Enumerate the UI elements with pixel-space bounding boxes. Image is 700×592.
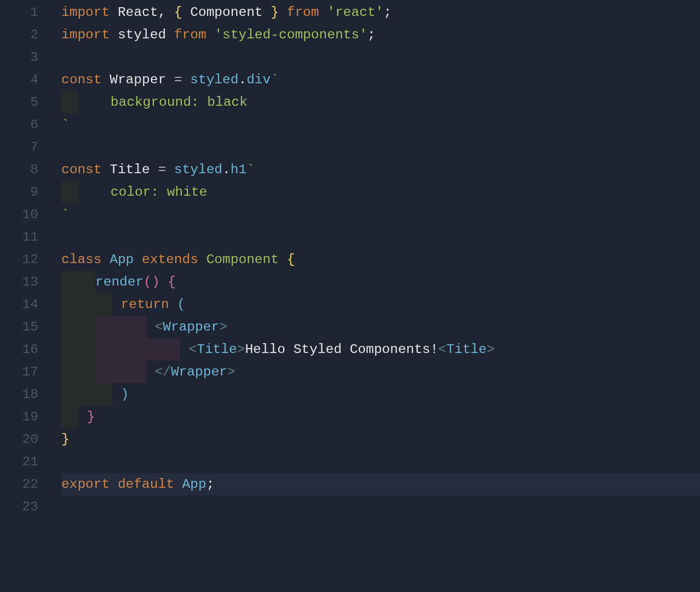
indent-guide xyxy=(61,361,95,383)
code-line[interactable]: <Title>Hello Styled Components!<Title> xyxy=(61,338,700,361)
indent-guide xyxy=(61,338,95,361)
token-keyword: return xyxy=(121,297,169,312)
indent-guide xyxy=(95,361,129,383)
token-ident: React xyxy=(118,5,158,20)
token-jsx-tag: Wrapper xyxy=(163,320,219,334)
token-class: Component xyxy=(206,252,279,267)
indent-guide xyxy=(61,316,95,338)
indent-guide xyxy=(61,181,78,203)
token-angle: < xyxy=(155,320,163,334)
token-template: background: black xyxy=(78,95,248,110)
line-number: 15 xyxy=(0,316,38,338)
line-number: 5 xyxy=(0,91,38,113)
token-angle: > xyxy=(219,320,227,334)
token-prop: h1 xyxy=(231,162,246,177)
line-number: 19 xyxy=(0,406,38,428)
token-angle: > xyxy=(487,342,495,357)
token-op: = xyxy=(150,162,174,177)
token-backtick: ` xyxy=(271,72,279,87)
token-jsx-tag: Title xyxy=(446,342,487,357)
code-line[interactable]: } xyxy=(61,406,700,428)
token-punct: . xyxy=(222,162,231,177)
token-op: = xyxy=(166,72,190,87)
token-punct: , xyxy=(158,5,174,20)
code-line[interactable]: const Title = styled.h1` xyxy=(61,158,700,181)
token-keyword: extends xyxy=(142,252,198,267)
code-line[interactable]: <Wrapper> xyxy=(61,316,700,338)
indent-guide xyxy=(129,316,146,338)
code-line-active[interactable]: export default App; xyxy=(61,473,700,496)
code-line[interactable]: ) xyxy=(61,383,700,406)
token-jsx-text: Hello Styled Components! xyxy=(245,342,438,357)
token-brace: } xyxy=(87,409,95,424)
token-angle: </ xyxy=(155,365,171,379)
token-keyword: from xyxy=(287,5,319,20)
code-editor[interactable]: 1 2 3 4 5 6 7 8 9 10 11 12 13 14 15 16 1… xyxy=(0,0,700,518)
token-backtick: ` xyxy=(61,117,70,132)
token-ident: Title xyxy=(110,162,150,177)
line-number: 17 xyxy=(0,361,38,383)
token-angle: < xyxy=(189,342,197,357)
token-string: 'styled-components' xyxy=(214,27,367,42)
line-number: 10 xyxy=(0,203,38,226)
code-line[interactable]: ` xyxy=(61,113,700,136)
token-template: color: white xyxy=(78,185,207,200)
token-string: 'react' xyxy=(327,5,383,20)
code-line[interactable]: return ( xyxy=(61,293,700,316)
token-brace: } xyxy=(263,5,279,20)
line-number: 23 xyxy=(0,496,38,518)
line-number: 13 xyxy=(0,271,38,293)
token-punct: ; xyxy=(368,27,376,42)
indent-guide xyxy=(61,91,78,113)
indent-guide xyxy=(61,383,95,406)
code-line[interactable]: import React, { Component } from 'react'… xyxy=(61,1,700,24)
line-number: 2 xyxy=(0,24,38,46)
line-number: 18 xyxy=(0,383,38,406)
line-number-gutter: 1 2 3 4 5 6 7 8 9 10 11 12 13 14 15 16 1… xyxy=(0,1,49,518)
code-line[interactable]: render() { xyxy=(61,271,700,293)
line-number: 14 xyxy=(0,293,38,316)
token-paren: () xyxy=(144,275,159,289)
token-punct: ; xyxy=(206,477,215,492)
line-number: 20 xyxy=(0,428,38,451)
token-angle: > xyxy=(237,342,245,357)
code-line[interactable]: </Wrapper> xyxy=(61,361,700,383)
code-line[interactable]: } xyxy=(61,428,700,451)
token-punct: . xyxy=(238,72,246,87)
token-keyword: const xyxy=(61,162,102,177)
indent-guide xyxy=(163,338,180,361)
token-fn: styled xyxy=(190,72,238,87)
code-line[interactable] xyxy=(61,46,700,69)
code-line[interactable]: class App extends Component { xyxy=(61,248,700,271)
code-line[interactable]: ` xyxy=(61,203,700,226)
token-prop: div xyxy=(246,72,271,87)
token-ident: App xyxy=(182,477,206,492)
token-ident: Wrapper xyxy=(110,72,166,87)
indent-guide xyxy=(95,316,129,338)
code-line[interactable] xyxy=(61,136,700,158)
token-brace: { xyxy=(168,275,176,289)
token-punct: ; xyxy=(383,5,392,20)
code-line[interactable]: background: black xyxy=(61,91,700,113)
code-line[interactable] xyxy=(61,496,700,518)
line-number: 9 xyxy=(0,181,38,203)
code-line[interactable]: import styled from 'styled-components'; xyxy=(61,24,700,46)
indent-guide xyxy=(129,338,163,361)
indent-guide xyxy=(61,271,95,293)
token-jsx-tag: Title xyxy=(197,342,237,357)
code-line[interactable] xyxy=(61,451,700,473)
indent-guide xyxy=(61,293,95,316)
line-number: 4 xyxy=(0,69,38,91)
code-line[interactable] xyxy=(61,226,700,248)
token-keyword: import xyxy=(61,5,110,20)
indent-guide xyxy=(95,383,112,406)
token-angle: > xyxy=(227,365,236,379)
code-line[interactable]: color: white xyxy=(61,181,700,203)
token-keyword: const xyxy=(61,72,102,87)
line-number: 21 xyxy=(0,451,38,473)
indent-guide xyxy=(95,338,129,361)
line-number: 3 xyxy=(0,46,38,69)
code-line[interactable]: const Wrapper = styled.div` xyxy=(61,69,700,91)
token-keyword: import xyxy=(61,27,110,42)
code-area[interactable]: import React, { Component } from 'react'… xyxy=(49,1,700,518)
